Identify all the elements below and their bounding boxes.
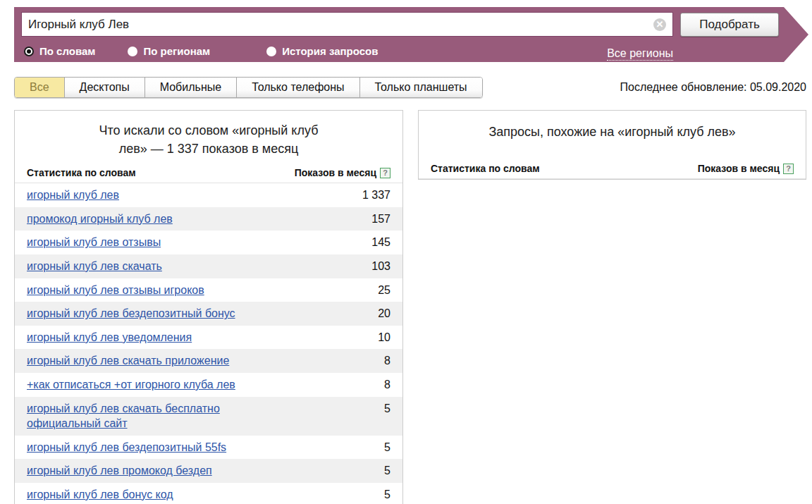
help-icon[interactable]: ?	[783, 164, 794, 174]
radio-icon	[266, 47, 276, 56]
tab[interactable]: Только телефоны	[236, 78, 359, 97]
tab[interactable]: Десктопы	[64, 78, 144, 97]
table-row: игорный клуб лев бездепозитный 55fs 5	[15, 436, 402, 460]
keywords-panel: Что искали со словом «игорный клуб лев» …	[14, 110, 403, 504]
keyword-link[interactable]: игорный клуб лев промокод бездеп	[27, 463, 212, 479]
radio-option[interactable]: По словам	[24, 45, 95, 57]
search-input[interactable]	[21, 12, 673, 37]
keyword-link[interactable]: промокод игорный клуб лев	[27, 211, 173, 227]
impressions-value: 1 337	[355, 188, 390, 203]
radio-option[interactable]: По регионам	[128, 45, 210, 57]
col-keyword-header: Статистика по словам	[27, 167, 136, 178]
device-tabs: Все Десктопы Мобильные Только телефоны Т…	[14, 77, 483, 98]
title-line: Что искали со словом «игорный клуб	[15, 121, 402, 140]
keyword-link[interactable]: игорный клуб лев скачать приложение	[27, 353, 229, 369]
impressions-value: 10	[371, 330, 390, 345]
search-row: ✕ Подобрать	[21, 12, 779, 37]
keyword-link[interactable]: игорный клуб лев бонус код	[27, 487, 173, 503]
impressions-value: 5	[377, 401, 390, 417]
table-row: +как отписаться +от игорного клуба лев 8	[15, 373, 402, 397]
table-row: игорный клуб лев скачать бесплатно офици…	[15, 397, 402, 436]
clear-input-icon[interactable]: ✕	[653, 18, 666, 31]
keywords-col-headers: Статистика по словам Показов в месяц ?	[15, 167, 402, 183]
keyword-link[interactable]: +как отписаться +от игорного клуба лев	[27, 377, 235, 393]
table-row: игорный клуб лев скачать приложение 8	[15, 349, 402, 373]
impressions-value: 5	[377, 440, 390, 455]
impressions-value: 5	[377, 463, 390, 479]
impressions-value: 20	[371, 306, 390, 321]
table-row: игорный клуб лев 1 337	[15, 183, 402, 207]
col-impressions-header: Показов в месяц ?	[295, 167, 390, 178]
radio-icon	[128, 47, 137, 56]
impressions-value: 8	[377, 353, 390, 369]
col-impressions-label: Показов в месяц	[295, 167, 376, 178]
search-header-bar: ✕ Подобрать По словам По регионам Истори…	[14, 7, 808, 62]
submit-button[interactable]: Подобрать	[680, 13, 779, 37]
table-row: игорный клуб лев бонус код 5	[15, 483, 402, 504]
impressions-value: 25	[371, 283, 390, 298]
keyword-link[interactable]: игорный клуб лев бездепозитный бонус	[27, 306, 235, 321]
radio-option[interactable]: История запросов	[266, 45, 378, 57]
keyword-link[interactable]: игорный клуб лев бездепозитный 55fs	[27, 440, 226, 455]
similar-col-headers: Статистика по словам Показов в месяц ?	[419, 163, 806, 179]
last-update-label: Последнее обновление: 05.09.2020	[620, 81, 807, 94]
table-row: игорный клуб лев промокод бездеп 5	[15, 459, 402, 483]
keyword-link[interactable]: игорный клуб лев уведомления	[27, 330, 192, 345]
radio-label: История запросов	[282, 45, 378, 57]
keyword-link[interactable]: игорный клуб лев отзывы игроков	[27, 283, 204, 298]
tab[interactable]: Все	[15, 78, 64, 97]
similar-panel-title: Запросы, похожие на «игорный клуб лев»	[419, 111, 806, 141]
help-icon[interactable]: ?	[380, 168, 390, 178]
table-row: промокод игорный клуб лев 157	[15, 207, 402, 231]
keyword-link[interactable]: игорный клуб лев отзывы	[27, 235, 161, 250]
impressions-value: 145	[364, 235, 390, 250]
keyword-link[interactable]: игорный клуб лев	[27, 188, 119, 203]
search-header: ✕ Подобрать По словам По регионам Истори…	[14, 7, 808, 62]
similar-queries-panel: Запросы, похожие на «игорный клуб лев» С…	[418, 110, 806, 180]
table-row: игорный клуб лев отзывы 145	[15, 231, 402, 254]
table-row: игорный клуб лев бездепозитный бонус 20	[15, 302, 402, 326]
title-line: лев» — 1 337 показов в месяц	[15, 140, 402, 158]
radio-label: По словам	[39, 45, 95, 57]
impressions-value: 5	[377, 487, 390, 503]
all-regions-link[interactable]: Все регионы	[607, 47, 673, 61]
table-row: игорный клуб лев уведомления 10	[15, 326, 402, 350]
impressions-value: 8	[377, 377, 390, 393]
search-input-wrap: ✕	[21, 12, 673, 37]
col-keyword-header: Статистика по словам	[431, 163, 540, 174]
keyword-link[interactable]: игорный клуб лев скачать бесплатно офици…	[27, 401, 284, 431]
device-tabs-row: Все Десктопы Мобильные Только телефоны Т…	[14, 77, 806, 98]
results-panels: Что искали со словом «игорный клуб лев» …	[14, 110, 812, 504]
keywords-panel-title: Что искали со словом «игорный клуб лев» …	[15, 111, 402, 158]
radio-icon	[24, 47, 34, 56]
impressions-value: 157	[364, 211, 390, 227]
keywords-table: игорный клуб лев 1 337 промокод игорный …	[15, 183, 402, 504]
impressions-value: 103	[364, 259, 390, 274]
col-impressions-label: Показов в месяц	[698, 163, 780, 174]
keyword-link[interactable]: игорный клуб лев скачать	[27, 259, 162, 274]
radio-label: По регионам	[143, 45, 210, 57]
table-row: игорный клуб лев скачать 103	[15, 254, 402, 278]
search-mode-radios: По словам По регионам История запросов	[24, 45, 410, 57]
table-row: игорный клуб лев отзывы игроков 25	[15, 278, 402, 302]
tab[interactable]: Только планшеты	[359, 78, 482, 97]
col-impressions-header: Показов в месяц ?	[698, 163, 794, 174]
tab[interactable]: Мобильные	[144, 78, 236, 97]
